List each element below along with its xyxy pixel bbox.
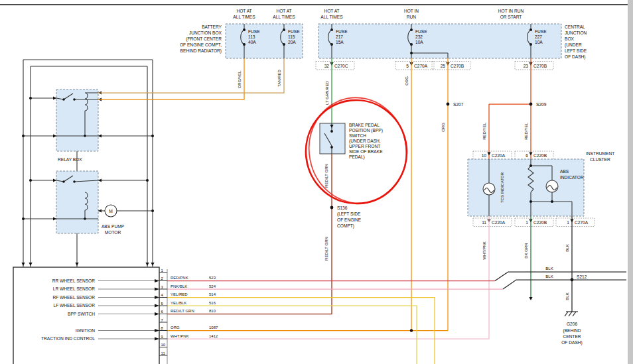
connector-name: C270C <box>334 64 348 68</box>
fuse-label: 217 <box>336 34 343 39</box>
circuit-number: 514 <box>209 292 216 296</box>
wire-label-dk-grn: DK GRN <box>524 243 528 258</box>
connector-name: C270A <box>414 64 428 68</box>
feed-label: ALL TIMES <box>233 15 255 19</box>
bpp-switch-label: BRAKE PEDAL <box>349 123 380 127</box>
relay-box-label: RELAY BOX <box>58 157 82 162</box>
central-box-label: BOX <box>565 36 575 41</box>
wire-label-lt-grn-red: LT GRN/RED <box>325 80 329 104</box>
input-label: TRACTION IND CONTROL <box>41 336 95 341</box>
input-label: IGNITION <box>76 328 96 333</box>
connector-pin: 1 <box>567 220 569 225</box>
fuse-label: 10A <box>535 40 543 44</box>
fuse-label: 227 <box>535 34 542 39</box>
bpp-switch-label: UPPER FRONT <box>349 144 380 149</box>
connector-name: C270B <box>533 64 547 68</box>
fuse-label: FUSE <box>336 29 348 34</box>
wire-color-code: RED/LT GRN <box>171 309 194 313</box>
central-box-label: OF DASH) <box>565 54 586 60</box>
tcs-indicator-label: TCS INDICATOR <box>500 172 504 203</box>
pin-number: 11 <box>161 351 166 355</box>
wire-label-red-lt-grn: RED/LT GRN <box>324 164 328 188</box>
splice-label: S207 <box>453 102 464 107</box>
fuse-label: FUSE <box>535 29 547 34</box>
fuse-label: 40A <box>248 40 256 44</box>
pin-number: 10 <box>161 343 166 347</box>
ground-location: (BEHIND <box>563 328 581 334</box>
fuse-label: 20A <box>288 40 296 44</box>
fuse-label: 113 <box>248 34 255 39</box>
wire-label-red-yel: RED/YEL <box>482 123 486 140</box>
circuit-number: 810 <box>209 309 216 313</box>
bpp-switch-label: SWITCH <box>349 133 366 138</box>
wire-label-blk: BLK <box>565 292 569 300</box>
connector-name: C220B <box>533 220 547 225</box>
bpp-switch-box <box>320 123 345 154</box>
connector-pin: 1 <box>526 220 528 225</box>
cluster-label: CLUSTER <box>590 157 610 162</box>
fuse-label: 232 <box>415 34 423 39</box>
wire-color-code: PNK/BLK <box>171 284 187 288</box>
wire-label-org-yel: ORG/YEL <box>238 70 242 88</box>
connector-pin: 23 <box>524 64 529 68</box>
wire-label-org: ORG <box>441 123 445 132</box>
wire-color-code: YEL/RED <box>171 292 188 296</box>
connector-name: C270A <box>575 220 589 225</box>
ground-location: OF DASH) <box>561 340 583 345</box>
connector-name: C220A <box>492 220 506 225</box>
fuse-label: 15A <box>336 40 344 44</box>
splice-label: S209 <box>536 102 547 107</box>
feed-label: HOT IN RUN <box>498 9 524 13</box>
central-box-label: CENTRAL <box>565 25 585 29</box>
connector-pin: 5 <box>406 64 409 68</box>
input-label: BPP SWITCH <box>68 312 95 316</box>
pump-motor-label: ABS PUMP <box>102 224 125 229</box>
wire-label-red-yel: RED/YEL <box>524 123 528 140</box>
wire-label-wht-pnk: WHT/PNK <box>482 241 486 260</box>
splice-label: S212 <box>577 274 587 279</box>
fuse-label: FUSE <box>288 29 300 34</box>
bpp-switch-label: SIDE OF BRAKE <box>349 149 383 154</box>
central-box-label: LEFT SIDE <box>565 48 587 53</box>
battery-box-label: OF ENGINE COMPT, <box>180 42 222 47</box>
wire-color-code: WHT/PNK <box>171 334 189 338</box>
feed-label: HOT AT <box>324 9 339 13</box>
feed-label: HOT AT <box>276 9 291 13</box>
central-junction-box: CENTRAL JUNCTION BOX (UNDER LEFT SIDE OF… <box>318 24 587 60</box>
ground-location: CENTER <box>563 334 581 339</box>
fuse-label: FUSE <box>415 29 427 34</box>
connector-pin: 11 <box>482 220 486 225</box>
wire-color-code: RED/PNK <box>171 276 188 280</box>
battery-box-label: (FRONT CENTER <box>186 36 222 42</box>
wire-color-code: ORG <box>171 326 180 330</box>
wire-label-org: ORG <box>405 76 409 86</box>
battery-box-label: BEHIND RADIATOR) <box>180 48 222 54</box>
wire-label-red-lt-grn: RED/LT GRN <box>324 237 328 261</box>
splice-label: S136 <box>337 206 348 210</box>
battery-box-label: JUNCTION BOX <box>189 30 222 35</box>
connector-name: C220B <box>533 153 547 158</box>
cluster-label: INSTRUMENT <box>586 151 614 156</box>
feed-label: OR START <box>500 15 522 19</box>
battery-box-label: BATTERY <box>202 25 222 29</box>
splice-location: (LEFT SIDE <box>337 212 361 217</box>
motor-symbol: M <box>109 209 113 213</box>
bpp-switch-label: POSITION (BPP) <box>349 128 383 133</box>
fuse-label: 10A <box>415 40 423 44</box>
feed-label: RUN <box>407 15 417 19</box>
input-label: LF WHEEL SENSOR <box>54 303 96 308</box>
circuit-number: 516 <box>209 301 216 305</box>
wire-color-code: YEL/BLK <box>171 301 186 305</box>
abs-indicator-label: INDICATOR <box>560 175 584 180</box>
fuse-label: 115 <box>288 34 295 39</box>
input-label: RF WHEEL SENSOR <box>52 295 95 300</box>
relay-1-outline <box>56 90 98 151</box>
circuit-number: 1087 <box>209 326 218 330</box>
connector-name: C270B <box>451 64 464 68</box>
connector-pin: 25 <box>441 64 446 68</box>
wire-label-tan-red: TAN/RED <box>277 69 281 87</box>
feed-label: ALL TIMES <box>273 15 295 19</box>
connector-name: C220A <box>492 153 506 158</box>
wiring-diagram: HOT AT ALL TIMES HOT AT ALL TIMES HOT AT… <box>0 0 633 364</box>
fuse-label: FUSE <box>248 29 260 34</box>
